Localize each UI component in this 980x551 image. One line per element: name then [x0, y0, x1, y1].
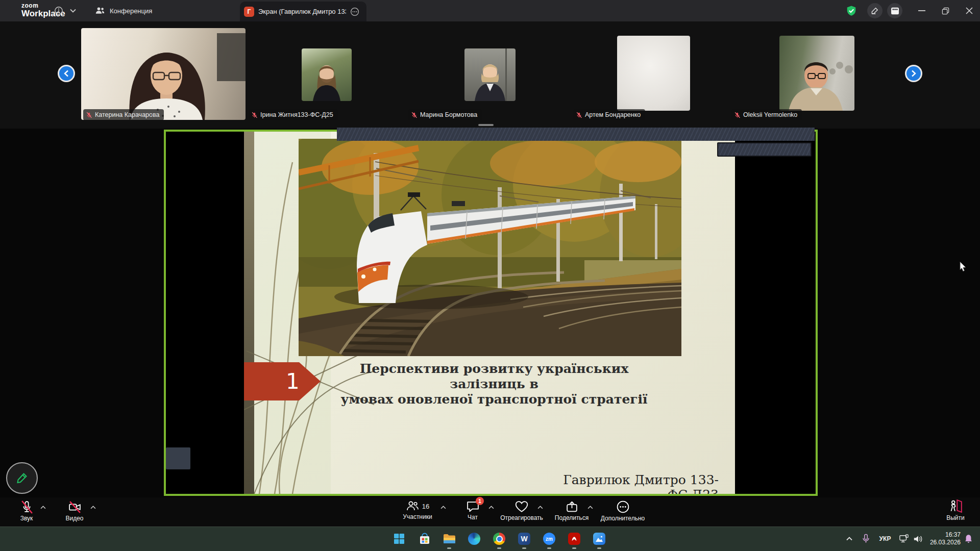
tab-screen-label: Экран (Гаврилюк Дмитро 133-ф [258, 8, 346, 15]
annotate-button[interactable] [867, 3, 883, 18]
presenter-controls-redacted-box [717, 142, 812, 157]
gallery-prev-button[interactable] [58, 65, 75, 82]
chevron-up-icon [440, 506, 446, 509]
minimize-button[interactable] [911, 0, 933, 21]
close-button[interactable] [959, 0, 980, 21]
participants-count: 16 [422, 503, 429, 510]
file-explorer-icon [443, 533, 456, 544]
participants-icon [406, 500, 419, 512]
participant-video-oleksii [779, 36, 854, 111]
taskbar-start-button[interactable] [392, 532, 406, 546]
chevron-up-icon [90, 506, 96, 509]
audio-options-button[interactable] [38, 503, 48, 512]
tray-overflow-button[interactable] [843, 533, 855, 545]
tab-meeting[interactable]: Конференция [90, 0, 157, 21]
bell-icon [964, 534, 973, 543]
chevron-up-icon [587, 506, 593, 509]
more-button[interactable]: Дополнительно [596, 500, 649, 522]
taskbar-word-button[interactable]: W [517, 532, 531, 546]
audio-label: Звук [20, 515, 33, 522]
tray-network-button[interactable] [897, 533, 911, 545]
heart-icon [514, 500, 529, 513]
share-screen-icon [565, 500, 579, 513]
more-label: Дополнительно [601, 515, 645, 522]
mic-muted-icon [20, 500, 34, 514]
video-tile-maryna[interactable] [464, 48, 516, 101]
participant-name-pill: Катерина Карачарова [83, 109, 164, 120]
participant-name: Oleksii Yermolenko [743, 111, 797, 118]
tab-more-icon[interactable] [350, 7, 359, 16]
shield-check-icon [846, 5, 857, 16]
green-pencil-icon [15, 471, 29, 485]
people-icon [95, 6, 105, 15]
presenter-toolbar-redacted-band [337, 128, 815, 141]
tray-notifications-button[interactable] [962, 533, 975, 545]
titlebar-dropdown-button[interactable] [67, 5, 79, 16]
audio-button[interactable]: Звук [12, 500, 41, 522]
video-options-button[interactable] [88, 503, 98, 512]
taskbar-acrobat-button[interactable] [567, 532, 581, 546]
taskbar-explorer-button[interactable] [442, 532, 456, 546]
tray-mic-icon [862, 534, 870, 544]
chevron-left-icon [63, 70, 69, 77]
video-button[interactable]: Видео [60, 500, 89, 522]
windows-taskbar [0, 527, 980, 551]
tray-date: 26.03.2026 [923, 539, 961, 546]
chat-options-button[interactable] [486, 503, 496, 512]
participant-name-pill: Oleksii Yermolenko [731, 109, 802, 120]
gallery-resize-handle[interactable] [478, 124, 494, 126]
participants-button[interactable]: 16 Участники [398, 500, 437, 520]
share-options-button[interactable] [585, 503, 595, 512]
screen-tab-initial-icon: Г [244, 7, 254, 17]
security-shield-button[interactable] [844, 4, 859, 18]
microsoft-store-icon [419, 533, 431, 545]
windows-start-icon [394, 533, 405, 544]
taskbar-store-button[interactable] [418, 532, 432, 546]
chevron-up-icon [40, 506, 46, 509]
taskbar-photos-button[interactable] [592, 532, 606, 546]
gallery-next-button[interactable] [905, 65, 922, 82]
react-options-button[interactable] [535, 503, 545, 512]
leave-button[interactable]: Выйти [941, 499, 970, 521]
running-indicator [572, 547, 576, 549]
taskbar-edge-button[interactable] [467, 532, 481, 546]
participants-options-button[interactable] [438, 503, 448, 512]
participant-name-pill: Артем Бондаренко [573, 109, 645, 120]
taskbar-zoom-button[interactable]: zm [542, 532, 556, 546]
apps-button[interactable] [887, 3, 902, 18]
leave-label: Выйти [946, 514, 965, 521]
video-tile-katerina[interactable] [81, 28, 246, 120]
video-tile-iryna[interactable] [302, 48, 352, 101]
video-tile-artem-bright-screen[interactable] [617, 36, 690, 111]
tray-clock[interactable]: 16:37 26.03.2026 [923, 531, 961, 546]
pencil-icon [871, 7, 879, 15]
info-icon [54, 6, 63, 15]
react-label: Отреагировать [500, 514, 543, 521]
mic-muted-icon [411, 112, 418, 118]
speaker-icon [913, 535, 923, 543]
video-tile-oleksii[interactable] [779, 36, 854, 111]
participant-name: Катерина Карачарова [95, 111, 159, 118]
camera-muted-icon [68, 500, 82, 514]
participant-video-katerina [81, 28, 246, 120]
photos-icon [593, 533, 605, 545]
minimize-icon [918, 10, 925, 12]
chevron-up-icon [537, 506, 543, 509]
chat-button[interactable]: Чат 1 [458, 500, 487, 521]
participant-name: Артем Бондаренко [585, 111, 641, 118]
network-display-icon [899, 534, 909, 543]
share-label: Поделиться [555, 514, 589, 521]
info-button[interactable] [52, 4, 65, 17]
annotation-pencil-button[interactable] [6, 462, 38, 494]
tab-screen-share[interactable]: Г Экран (Гаврилюк Дмитро 133-ф [240, 2, 366, 21]
share-overlay-square [166, 447, 190, 469]
mic-muted-icon [86, 112, 92, 118]
taskbar-chrome-button[interactable] [492, 532, 506, 546]
mic-muted-icon [576, 112, 582, 118]
tray-mic-button[interactable] [860, 532, 872, 546]
chevron-down-icon [70, 9, 76, 13]
chevron-up-icon [488, 506, 494, 509]
tray-language-indicator[interactable]: УКР [877, 533, 893, 545]
leave-meeting-icon [948, 499, 963, 513]
restore-button[interactable] [934, 0, 957, 21]
